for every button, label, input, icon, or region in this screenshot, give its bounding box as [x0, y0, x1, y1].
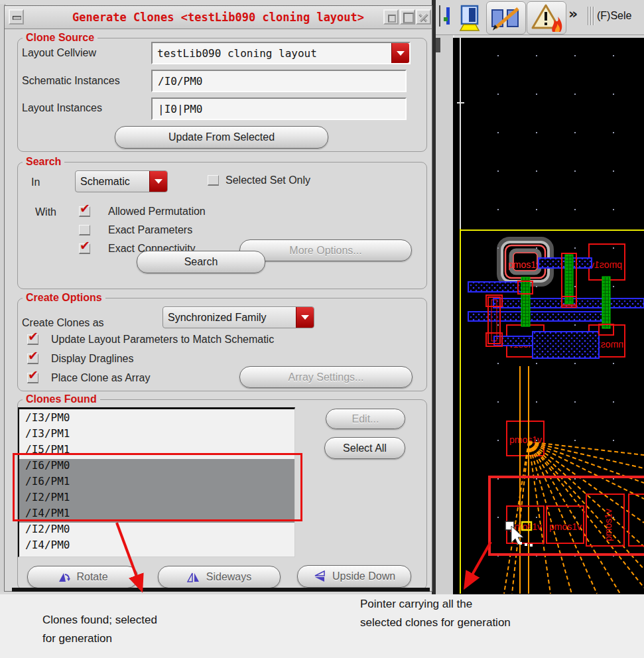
checkbox-icon[interactable] [79, 225, 90, 235]
layout-canvas[interactable]: pmos1v pmos1v nmos1v nmos1v [453, 38, 644, 594]
create-clones-as-label: Create Clones as [22, 317, 104, 329]
create-clones-as-dropdown[interactable]: Synchronized Family [162, 306, 314, 328]
checkbox-icon[interactable] [79, 206, 90, 217]
cell-label: pmos1v [603, 509, 613, 541]
select-all-button[interactable]: Select All [324, 437, 405, 459]
upside-down-button[interactable]: Upside Down [297, 565, 411, 588]
clone-cell-rotated[interactable]: pmos1v [586, 494, 624, 546]
option-checkbox-row[interactable]: Display Draglines [27, 349, 274, 368]
layout-toolbar: » (F)Sele [436, 0, 644, 35]
maximize-button[interactable] [400, 9, 415, 25]
clone-list-item[interactable]: /I2/PM0 [19, 523, 294, 539]
shade-button[interactable] [383, 9, 399, 25]
upside-down-icon [313, 570, 326, 582]
checkbox-icon[interactable] [27, 354, 38, 364]
clones-found-title: Clones Found [23, 393, 100, 405]
verify-error-tool-button[interactable] [527, 1, 566, 34]
checkbox-icon[interactable] [79, 243, 90, 254]
checkbox-label: Place Clone as Array [51, 372, 150, 384]
layout-instances-field[interactable]: |I0|PM0 [151, 98, 407, 120]
list-note-line2: for generation [42, 632, 112, 645]
toolbar-divider [439, 5, 440, 27]
selected-set-only-label: Selected Set Only [225, 174, 310, 186]
option-checkbox-row[interactable]: Exact Parameters [79, 221, 206, 239]
dropdown-arrow-icon[interactable] [391, 43, 409, 63]
edit-layout-tool-button[interactable] [486, 1, 526, 34]
strip-notch [436, 38, 440, 52]
layout-window-left-strip [436, 34, 454, 594]
search-button[interactable]: Search [137, 251, 265, 273]
upside-down-label: Upside Down [332, 570, 395, 582]
toolbar-overflow-chevrons[interactable]: » [568, 5, 578, 22]
clone-anchor-cell[interactable]: pmos1v [507, 421, 544, 456]
toolbar-gripper[interactable] [588, 7, 594, 25]
search-with-label: With [35, 206, 56, 218]
search-in-dropdown[interactable]: Schematic [75, 170, 168, 192]
sideways-button[interactable]: Sideways [158, 566, 281, 588]
create-options-title: Create Options [23, 292, 105, 304]
update-from-selected-button[interactable]: Update From Selected [115, 126, 328, 149]
option-checkbox-row[interactable]: Update Layout Parameters to Match Schema… [27, 330, 274, 349]
dialog-titlebar[interactable]: Generate Clones <testLib090 cloning layo… [5, 6, 432, 29]
clone-cell[interactable]: pmos1v [547, 506, 584, 543]
create-options-checkboxes: Update Layout Parameters to Match Schema… [27, 330, 274, 387]
rotate-label: Rotate [76, 571, 107, 583]
create-clones-as-value: Synchronized Family [163, 307, 296, 328]
edit-pencil-icon [489, 4, 523, 32]
display-tool-button[interactable] [456, 4, 482, 34]
partial-icon [446, 7, 450, 25]
selected-set-only-checkbox[interactable]: Selected Set Only [208, 174, 310, 186]
clone-list-item[interactable]: /I3/PM1 [19, 427, 294, 443]
layout-cellview-dropdown[interactable]: testLib090 cloning layout [151, 42, 411, 64]
edit-button[interactable]: Edit... [326, 409, 405, 429]
clone-list-item[interactable]: /I3/PM0 [19, 411, 294, 427]
warning-flame-icon [529, 3, 564, 33]
pointer-note-line1: Pointer carrying all the [360, 598, 472, 611]
sideways-icon [187, 571, 200, 583]
search-with-options: Allowed PermutationExact ParametersExact… [79, 202, 206, 258]
list-note-line1: Clones found; selected [42, 614, 157, 627]
checkbox-icon[interactable] [27, 373, 38, 383]
toolbar-select-label: (F)Sele [597, 10, 631, 22]
dropdown-arrow-icon[interactable] [149, 171, 167, 192]
maximize-icon [403, 13, 414, 23]
search-in-value: Schematic [76, 171, 149, 192]
checkbox-label: Update Layout Parameters to Match Schema… [51, 334, 274, 346]
more-options-button[interactable]: More Options... [239, 239, 412, 261]
sideways-label: Sideways [206, 571, 251, 583]
rotate-button[interactable]: Rotate [27, 566, 138, 588]
rotate-icon [57, 571, 70, 583]
checkbox-icon[interactable] [27, 334, 38, 345]
schematic-instances-field[interactable]: /I0/PM0 [151, 70, 407, 92]
draglines [504, 366, 644, 594]
shade-icon [388, 15, 396, 23]
selection-annotation-rect [13, 453, 302, 521]
cell-label: pmos1v [549, 521, 582, 532]
screen: Generate Clones <testLib090 cloning layo… [0, 0, 644, 658]
layout-instances-label: Layout Instances [22, 102, 102, 114]
schematic-instances-label: Schematic Instances [22, 75, 120, 87]
cell-label: pmos1v [590, 259, 622, 270]
option-checkbox-row[interactable]: Place Clone as Array [27, 368, 274, 387]
close-button[interactable] [416, 9, 431, 25]
checkbox-label: Allowed Permutation [108, 206, 206, 218]
dropdown-arrow-icon[interactable] [296, 307, 314, 328]
option-checkbox-row[interactable]: Allowed Permutation [79, 202, 206, 221]
search-in-label: In [31, 176, 40, 188]
dialog-title: Generate Clones <testLib090 cloning layo… [5, 11, 432, 24]
clone-list-item[interactable]: /I4/PM0 [19, 539, 294, 555]
clone-cell-rotated[interactable]: pmos1v [629, 494, 644, 546]
cell-label: pmos1v [508, 259, 541, 270]
clone-source-title: Clone Source [23, 32, 97, 44]
layout-cellview-label: Layout Cellview [22, 47, 96, 59]
checkbox-icon[interactable] [208, 175, 219, 186]
pmos-cell[interactable]: pmos1v [589, 244, 625, 280]
partial-icon-dot [444, 17, 448, 21]
layout-cellview-value: testLib090 cloning layout [153, 43, 391, 63]
display-icon [456, 4, 482, 32]
array-settings-button[interactable]: Array Settings... [239, 366, 413, 388]
dialog-bottom-edge[interactable] [12, 588, 430, 592]
pointer-note-line2: selected clones for generation [360, 616, 511, 629]
checkbox-label: Exact Parameters [108, 224, 192, 236]
search-title: Search [23, 156, 64, 168]
